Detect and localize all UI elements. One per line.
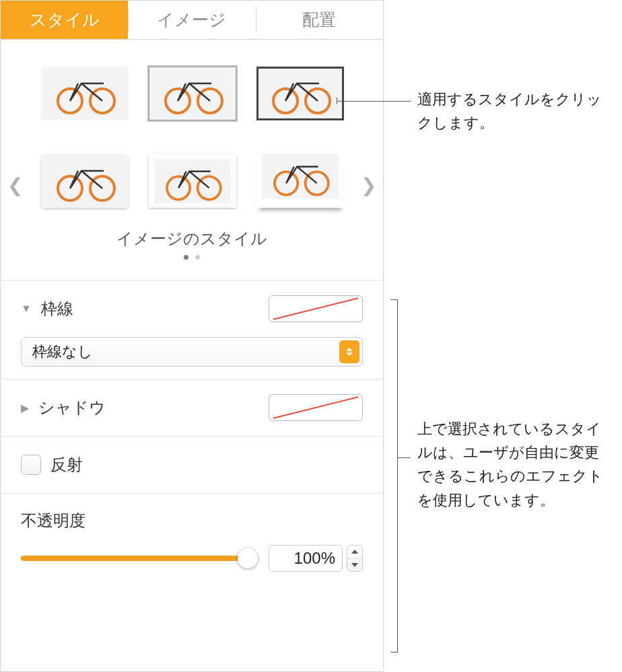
tab-image-label: イメージ — [157, 9, 226, 31]
tab-arrange-label: 配置 — [302, 9, 336, 31]
opacity-controls: 100% — [21, 545, 363, 572]
tab-image[interactable]: イメージ — [128, 1, 255, 39]
style-preset-thick-border[interactable] — [256, 67, 344, 120]
border-row: ▼ 枠線 — [21, 293, 363, 325]
reflection-label: 反射 — [50, 454, 83, 476]
style-preset-none[interactable] — [41, 67, 129, 120]
image-styles-label: イメージのスタイル — [21, 228, 363, 250]
callout-1-tick — [337, 98, 337, 104]
opacity-stepper-buttons — [347, 545, 363, 572]
page-dot-2[interactable] — [195, 255, 200, 260]
opacity-stepper-up[interactable] — [347, 546, 362, 559]
style-presets-area: ❮ ❯ イメージのスタイル — [1, 40, 383, 280]
styles-prev-arrow[interactable]: ❮ — [7, 174, 23, 196]
border-disclosure-icon[interactable]: ▼ — [21, 303, 32, 315]
callout-1-leader — [337, 101, 411, 102]
border-type-select[interactable]: 枠線なし — [21, 337, 363, 367]
opacity-value-text: 100% — [294, 549, 335, 568]
shadow-section: ▶ シャドウ — [1, 379, 383, 436]
shadow-row: ▶ シャドウ — [21, 391, 363, 424]
tab-style[interactable]: スタイル — [1, 1, 128, 39]
callout-2-leader — [397, 457, 411, 458]
border-label: 枠線 — [41, 298, 73, 320]
border-select-value: 枠線なし — [32, 342, 93, 362]
opacity-label: 不透明度 — [21, 510, 363, 531]
style-page-dots — [21, 255, 363, 260]
opacity-section: 不透明度 100% — [1, 493, 383, 588]
tab-style-label: スタイル — [30, 9, 100, 31]
style-preset-rounded[interactable] — [41, 154, 129, 208]
callout-2-bracket — [397, 299, 398, 652]
border-section: ▼ 枠線 枠線なし — [1, 280, 383, 379]
reflection-checkbox[interactable] — [21, 455, 41, 475]
shadow-label: シャドウ — [38, 397, 106, 418]
shadow-disclosure-icon[interactable]: ▶ — [21, 402, 29, 414]
opacity-stepper: 100% — [269, 545, 363, 572]
opacity-stepper-down[interactable] — [347, 559, 362, 572]
opacity-value-field[interactable]: 100% — [269, 545, 343, 572]
reflection-row: 反射 — [21, 449, 363, 481]
callout-2-top-tick — [390, 299, 397, 300]
style-preset-white-frame[interactable] — [149, 154, 236, 208]
reflection-section: 反射 — [1, 436, 383, 493]
tab-arrange[interactable]: 配置 — [256, 1, 383, 39]
callout-apply-style: 適用するスタイルをクリックします。 — [417, 87, 613, 135]
callout-effects: 上で選択されているスタイルは、ユーザが自由に変更できるこれらのエフェクトを使用し… — [417, 417, 613, 512]
shadow-swatch[interactable] — [269, 394, 363, 421]
select-stepper-icon — [339, 340, 359, 363]
style-preset-polaroid[interactable] — [256, 154, 344, 208]
page-dot-1[interactable] — [184, 255, 188, 260]
opacity-slider-thumb[interactable] — [238, 548, 258, 568]
inspector-tabs: スタイル イメージ 配置 — [1, 1, 383, 40]
border-swatch[interactable] — [269, 295, 363, 322]
format-inspector-panel: スタイル イメージ 配置 ❮ ❯ — [0, 0, 384, 672]
style-preset-grid — [21, 67, 363, 208]
callout-2-bottom-tick — [390, 652, 397, 652]
opacity-slider[interactable] — [21, 556, 255, 561]
styles-next-arrow[interactable]: ❯ — [361, 174, 376, 196]
style-preset-thin-border[interactable] — [149, 67, 236, 120]
